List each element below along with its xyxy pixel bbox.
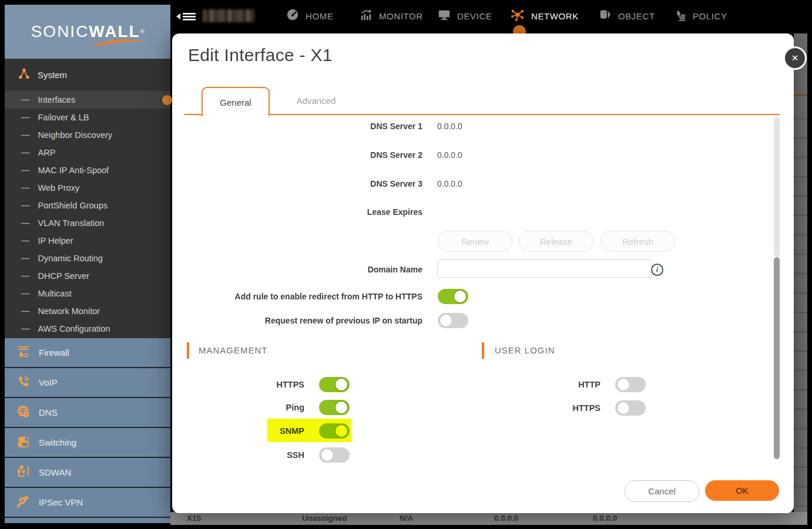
nav-network[interactable]: NETWORK: [511, 8, 579, 23]
dialog-scrollbar-track[interactable]: [774, 117, 780, 257]
dash-icon: —: [21, 166, 29, 175]
dash-icon: —: [21, 113, 29, 122]
sidebar-item-portshield-groups[interactable]: —PortShield Groups: [5, 197, 170, 214]
nav-monitor-label: MONITOR: [379, 11, 423, 21]
sidebar-item-vlan-translation[interactable]: —VLAN Translation: [5, 214, 170, 232]
bg-cell-ip: 0.0.0.0: [494, 512, 518, 525]
sidebar-item-arp[interactable]: —ARP: [5, 144, 170, 161]
bg-cell-group: N/A: [400, 512, 413, 525]
toggle-knob: [321, 449, 333, 461]
close-dialog-button[interactable]: ✕: [783, 46, 807, 70]
policy-icon: [673, 8, 686, 23]
redirect-http-https-toggle[interactable]: [438, 289, 468, 304]
ssh-mgmt-toggle[interactable]: [319, 447, 350, 463]
nav-home[interactable]: HOME: [286, 8, 333, 23]
sidebar-item-aws-configuration[interactable]: —AWS Configuration: [5, 320, 170, 338]
dash-icon: —: [21, 289, 29, 298]
firewall-icon: [16, 345, 31, 360]
dns-server-3-value: 0.0.0.0: [437, 178, 462, 190]
dash-icon: —: [21, 201, 29, 210]
ok-button[interactable]: OK: [705, 480, 779, 501]
sidebar-item-ipsec-vpn[interactable]: IPSec VPN: [5, 488, 170, 517]
release-button[interactable]: Release: [519, 231, 593, 252]
toggle-knob: [335, 379, 347, 390]
device-icon: [438, 8, 451, 23]
dialog-scrollbar-thumb[interactable]: [774, 257, 780, 459]
redirect-toggle-label: Add rule to enable redirect from HTTP to…: [172, 291, 422, 302]
cancel-button[interactable]: Cancel: [625, 480, 699, 502]
edit-interface-dialog: Edit Interface - X1 General Advanced DNS…: [172, 33, 794, 513]
bg-cell-zone: Unassigned: [302, 512, 347, 525]
app-window: HOME MONITOR DEVICE NETWORK OBJECT POLIC…: [0, 0, 812, 529]
refresh-button[interactable]: Refresh: [600, 231, 675, 252]
http-user-login-toggle[interactable]: [615, 377, 646, 392]
nav-object-label: OBJECT: [618, 11, 655, 21]
toggle-knob: [335, 425, 347, 437]
sidebar-item-ip-helper[interactable]: —IP Helper: [5, 232, 170, 250]
tab-general[interactable]: General: [202, 87, 270, 116]
domain-name-input[interactable]: [437, 260, 652, 278]
dialog-title: Edit Interface - X1: [188, 45, 333, 65]
sidebar-item-sdwan[interactable]: SDWAN: [5, 458, 170, 487]
dns-server-1-value: 0.0.0.0: [437, 120, 462, 132]
sidebar-item-dynamic-routing[interactable]: —Dynamic Routing: [5, 250, 170, 267]
toggle-knob: [454, 291, 466, 302]
nav-policy[interactable]: POLICY: [673, 8, 727, 23]
sidebar-item-neighbor-discovery[interactable]: —Neighbor Discovery: [5, 126, 170, 144]
ping-mgmt-label: Ping: [172, 400, 304, 415]
renew-button[interactable]: Renew: [438, 231, 512, 252]
ping-mgmt-toggle[interactable]: [319, 400, 350, 415]
sidebar-item-voip[interactable]: VoIP: [5, 368, 170, 397]
toggle-knob: [618, 379, 629, 390]
sonicwall-logo: SONICWALL®: [5, 5, 170, 59]
sidebar-item-web-proxy[interactable]: —Web Proxy: [5, 179, 170, 197]
https-user-login-toggle[interactable]: [615, 400, 646, 416]
dns-server-1-label: DNS Server 1: [172, 120, 422, 132]
nav-network-label: NETWORK: [531, 11, 579, 21]
dash-icon: —: [21, 271, 29, 281]
lease-expires-label: Lease Expires: [172, 206, 422, 218]
sidebar: SONICWALL® System —Interfaces —Failover …: [5, 5, 170, 525]
dimmed-table-right-edge: [794, 33, 807, 525]
sidebar-item-interfaces[interactable]: —Interfaces: [5, 91, 170, 109]
switching-icon: [16, 434, 31, 450]
sidebar-item-dns[interactable]: DNS: [5, 398, 170, 427]
info-icon[interactable]: i: [651, 264, 663, 276]
voip-icon: [16, 375, 31, 390]
network-icon: [511, 8, 525, 24]
collapse-sidebar-icon[interactable]: [176, 10, 197, 23]
tab-underline: [184, 114, 780, 115]
user-login-section-bar: [482, 342, 484, 359]
sidebar-item-network-monitor[interactable]: —Network Monitor: [5, 302, 170, 320]
dash-icon: —: [21, 130, 29, 140]
sidebar-item-mac-ip-anti-spoof[interactable]: —MAC IP Anti-Spoof: [5, 161, 170, 179]
bg-cell-name: X15: [187, 512, 201, 525]
sidebar-item-failover-lb[interactable]: —Failover & LB: [5, 109, 170, 126]
toggle-knob: [618, 402, 629, 414]
request-renew-ip-toggle[interactable]: [438, 313, 468, 328]
dimmed-table-row: X15 Unassigned N/A 0.0.0.0 0.0.0.0: [170, 512, 807, 525]
sidebar-item-firewall[interactable]: Firewall: [5, 338, 170, 367]
renew-ip-toggle-label: Request renew of previous IP on startup: [172, 315, 422, 326]
nav-monitor[interactable]: MONITOR: [360, 8, 423, 23]
nav-device-label: DEVICE: [457, 11, 492, 21]
toggle-knob: [335, 402, 347, 413]
nav-device[interactable]: DEVICE: [438, 8, 492, 23]
sidebar-item-multicast[interactable]: —Multicast: [5, 285, 170, 302]
nav-object[interactable]: OBJECT: [599, 8, 655, 23]
sidebar-item-switching[interactable]: Switching: [5, 428, 170, 457]
snmp-mgmt-label: SNMP: [172, 423, 304, 439]
tab-advanced[interactable]: Advanced: [278, 87, 354, 114]
snmp-mgmt-toggle[interactable]: [319, 423, 350, 439]
dash-icon: —: [21, 254, 29, 263]
sidebar-partial-row: [5, 518, 170, 523]
management-section-title: MANAGEMENT: [199, 345, 268, 355]
management-section-bar: [187, 342, 189, 359]
sidebar-item-system[interactable]: System: [5, 59, 170, 91]
https-mgmt-toggle[interactable]: [319, 377, 350, 392]
sidebar-item-dhcp-server[interactable]: —DHCP Server: [5, 267, 170, 285]
domain-name-label: Domain Name: [172, 264, 422, 275]
dns-server-2-value: 0.0.0.0: [437, 149, 462, 161]
logo-swoosh: [92, 38, 146, 47]
sidebar-system-label: System: [38, 70, 67, 80]
